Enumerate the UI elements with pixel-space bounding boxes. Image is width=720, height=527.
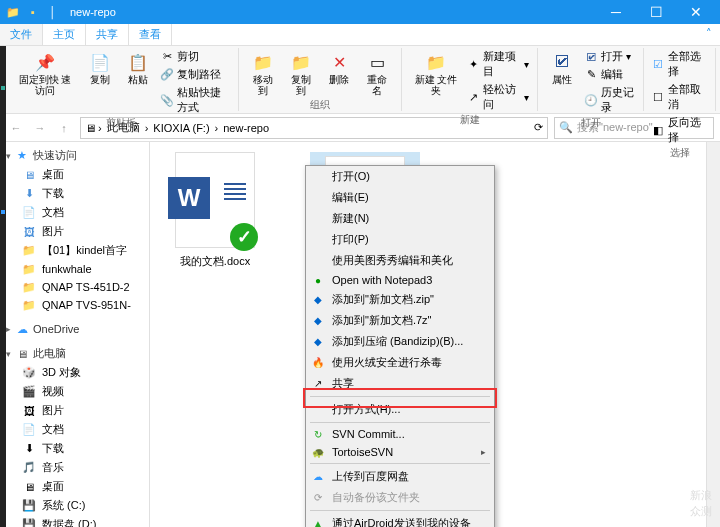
ribbon-collapse-icon[interactable]: ˄	[698, 24, 720, 45]
copyto-button[interactable]: 📁复制到	[283, 48, 319, 98]
tortoise-icon: 🐢	[311, 445, 325, 459]
pasteshortcut-button[interactable]: 📎粘贴快捷方式	[158, 84, 232, 116]
menu-airdroid[interactable]: ▲通过AirDroid发送到我的设备	[306, 513, 494, 527]
sidebar-item[interactable]: 📄文档	[0, 420, 149, 439]
title-bar: 📁 ▪ │ new-repo ─ ☐ ✕	[0, 0, 720, 24]
copy-button[interactable]: 📄复制	[82, 48, 118, 87]
huorong-icon: 🔥	[311, 356, 325, 370]
menu-open[interactable]: 打开(O)	[306, 166, 494, 187]
sidebar-item[interactable]: 📁QNAP TS-451D-2	[0, 278, 149, 296]
sidebar-item[interactable]: 🎵音乐	[0, 458, 149, 477]
up-button[interactable]: ↑	[54, 118, 74, 138]
menu-autobak: ⟳自动备份该文件夹	[306, 487, 494, 508]
props-button[interactable]: 🗹属性	[544, 48, 580, 87]
folder-icon: 📁	[4, 3, 22, 21]
forward-button[interactable]: →	[30, 118, 50, 138]
sidebar-item[interactable]: 🎬视频	[0, 382, 149, 401]
search-icon: 🔍	[559, 121, 573, 134]
nav-sidebar: ▾★快速访问 🖥桌面 ⬇下载 📄文档 🖼图片 📁【01】kindel首字 📁fu…	[0, 142, 150, 527]
delete-button[interactable]: ✕删除	[321, 48, 357, 87]
menu-print[interactable]: 打印(P)	[306, 229, 494, 250]
menu-new[interactable]: 新建(N)	[306, 208, 494, 229]
close-button[interactable]: ✕	[676, 0, 716, 24]
menu-huorong[interactable]: 🔥使用火绒安全进行杀毒	[306, 352, 494, 373]
baidu-icon: ☁	[311, 470, 325, 484]
7z-icon: ◆	[311, 314, 325, 328]
svn-commit-icon: ↻	[311, 427, 325, 441]
share-icon: ↗	[311, 377, 325, 391]
sidebar-item[interactable]: ⬇下载	[0, 184, 149, 203]
sidebar-item[interactable]: 🖼图片	[0, 222, 149, 241]
selectall-button[interactable]: ☑全部选择	[650, 48, 709, 80]
menu-add7z[interactable]: ◆添加到"新加文档.7z"	[306, 310, 494, 331]
moveto-button[interactable]: 📁移动到	[245, 48, 281, 98]
sidebar-item[interactable]: 📁【01】kindel首字	[0, 241, 149, 260]
sidebar-item[interactable]: 💾数据盘 (D:)	[0, 515, 149, 527]
menu-bandizip[interactable]: ◆添加到压缩 (Bandizip)(B)...	[306, 331, 494, 352]
sidebar-item[interactable]: 📁QNAP TVS-951N-	[0, 296, 149, 314]
sidebar-item[interactable]: 💾系统 (C:)	[0, 496, 149, 515]
newfolder-button[interactable]: 📁新建 文件夹	[408, 48, 463, 98]
cut-button[interactable]: ✂剪切	[158, 48, 232, 65]
watermark: 新浪众测	[690, 487, 712, 519]
minimize-button[interactable]: ─	[596, 0, 636, 24]
app-icon: ▪	[24, 3, 42, 21]
newitem-button[interactable]: ✦新建项目 ▾	[466, 48, 531, 80]
menu-addzip[interactable]: ◆添加到"新加文档.zip"	[306, 289, 494, 310]
back-button[interactable]: ←	[6, 118, 26, 138]
selectnone-button[interactable]: ☐全部取消	[650, 81, 709, 113]
context-menu: 打开(O) 编辑(E) 新建(N) 打印(P) 使用美图秀秀编辑和美化 ●Ope…	[305, 165, 495, 527]
pc-icon: 🖥	[85, 122, 96, 134]
window-title: new-repo	[70, 6, 116, 18]
sidebar-item[interactable]: 🖼图片	[0, 401, 149, 420]
edit-button[interactable]: ✎编辑	[582, 66, 637, 83]
tab-share[interactable]: 共享	[86, 24, 129, 45]
scrollbar[interactable]	[706, 142, 720, 527]
tab-file[interactable]: 文件	[0, 24, 43, 45]
copypath-button[interactable]: 🔗复制路径	[158, 66, 232, 83]
sidebar-onedrive[interactable]: ▸☁OneDrive	[0, 320, 149, 338]
menu-share[interactable]: ↗共享	[306, 373, 494, 394]
notepad-icon: ●	[311, 273, 325, 287]
bandizip-icon: ◆	[311, 335, 325, 349]
tab-view[interactable]: 查看	[129, 24, 172, 45]
divider-icon: │	[44, 3, 62, 21]
tab-home[interactable]: 主页	[43, 24, 86, 45]
zip-icon: ◆	[311, 293, 325, 307]
sidebar-item[interactable]: 📄文档	[0, 203, 149, 222]
open-button[interactable]: 🗹打开 ▾	[582, 48, 637, 65]
sidebar-item[interactable]: 🖥桌面	[0, 165, 149, 184]
menu-baidu[interactable]: ☁上传到百度网盘	[306, 466, 494, 487]
sidebar-item[interactable]: 📁funkwhale	[0, 260, 149, 278]
ribbon: 📌固定到快 速访问 📄复制 📋粘贴 ✂剪切 🔗复制路径 📎粘贴快捷方式 剪贴板 …	[0, 46, 720, 114]
history-button[interactable]: 🕘历史记录	[582, 84, 637, 116]
menu-svncommit[interactable]: ↻SVN Commit...	[306, 425, 494, 443]
menu-tortoise[interactable]: 🐢TortoiseSVN▸	[306, 443, 494, 461]
paste-button[interactable]: 📋粘贴	[120, 48, 156, 87]
rename-button[interactable]: ▭重命名	[359, 48, 395, 98]
svn-normal-icon: ✓	[230, 223, 258, 251]
menu-edit[interactable]: 编辑(E)	[306, 187, 494, 208]
sidebar-quickaccess[interactable]: ▾★快速访问	[0, 146, 149, 165]
menu-notepad[interactable]: ●Open with Notepad3	[306, 271, 494, 289]
menu-meitu[interactable]: 使用美图秀秀编辑和美化	[306, 250, 494, 271]
pin-button[interactable]: 📌固定到快 速访问	[10, 48, 80, 98]
backup-icon: ⟳	[311, 491, 325, 505]
sidebar-item[interactable]: 🖥桌面	[0, 477, 149, 496]
ribbon-tabs: 文件 主页 共享 查看 ˄	[0, 24, 720, 46]
menu-openwith[interactable]: 打开方式(H)...	[306, 399, 494, 420]
airdroid-icon: ▲	[311, 517, 325, 528]
maximize-button[interactable]: ☐	[636, 0, 676, 24]
file-item[interactable]: W ✓ 我的文档.docx	[160, 152, 270, 269]
sidebar-item[interactable]: 🎲3D 对象	[0, 363, 149, 382]
sidebar-item[interactable]: ⬇下载	[0, 439, 149, 458]
sidebar-thispc[interactable]: ▾🖥此电脑	[0, 344, 149, 363]
easyaccess-button[interactable]: ↗轻松访问 ▾	[466, 81, 531, 113]
